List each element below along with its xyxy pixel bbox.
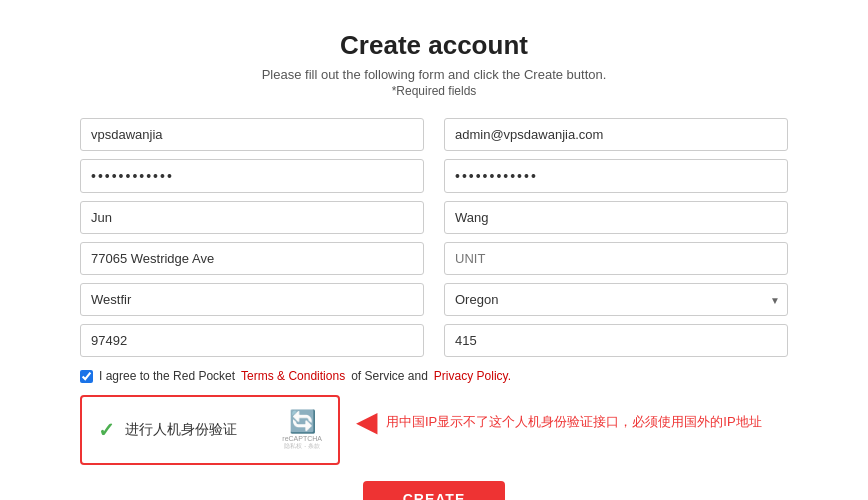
state-select[interactable]: Oregon California Texas New York Florida (444, 283, 788, 316)
recaptcha-label: reCAPTCHA (282, 435, 322, 442)
page-subtitle: Please fill out the following form and c… (80, 67, 788, 82)
captcha-box[interactable]: ✓ 进行人机身份验证 🔄 reCAPTCHA 隐私权 - 条款 (80, 395, 340, 465)
recaptcha-icon: 🔄 (289, 409, 316, 435)
privacy-link[interactable]: Privacy Policy. (434, 369, 511, 383)
email-input[interactable] (444, 118, 788, 151)
address1-input[interactable] (80, 242, 424, 275)
password-input[interactable] (80, 159, 424, 193)
address2-input[interactable] (444, 242, 788, 275)
confirm-password-input[interactable] (444, 159, 788, 193)
create-button[interactable]: CREATE (363, 481, 506, 500)
page-title: Create account (80, 30, 788, 61)
checkmark-icon: ✓ (98, 418, 115, 442)
terms-link[interactable]: Terms & Conditions (241, 369, 345, 383)
arrow-icon: ◀ (356, 405, 378, 438)
page-header: Create account Please fill out the follo… (80, 30, 788, 98)
captcha-row: ✓ 进行人机身份验证 🔄 reCAPTCHA 隐私权 - 条款 ◀ 用中国IP显… (80, 395, 788, 465)
recaptcha-logo: 🔄 reCAPTCHA 隐私权 - 条款 (282, 409, 322, 451)
captcha-label: 进行人机身份验证 (125, 421, 237, 439)
agree-label-middle: of Service and (351, 369, 428, 383)
city-input[interactable] (80, 283, 424, 316)
create-btn-row: CREATE (80, 481, 788, 500)
required-notice: *Required fields (80, 84, 788, 98)
last-name-input[interactable] (444, 201, 788, 234)
username-input[interactable] (80, 118, 424, 151)
agree-label-before: I agree to the Red Pocket (99, 369, 235, 383)
agree-checkbox[interactable] (80, 370, 93, 383)
state-select-wrapper: Oregon California Texas New York Florida… (444, 283, 788, 316)
phone-input[interactable] (444, 324, 788, 357)
zip-input[interactable] (80, 324, 424, 357)
captcha-check: ✓ 进行人机身份验证 (98, 418, 237, 442)
first-name-input[interactable] (80, 201, 424, 234)
recaptcha-sub: 隐私权 - 条款 (284, 442, 319, 451)
annotation-text: 用中国IP显示不了这个人机身份验证接口，必须使用国外的IP地址 (386, 413, 762, 431)
form-grid: Oregon California Texas New York Florida… (80, 118, 788, 357)
annotation-area: ◀ 用中国IP显示不了这个人机身份验证接口，必须使用国外的IP地址 (356, 405, 762, 438)
agree-row: I agree to the Red Pocket Terms & Condit… (80, 369, 788, 383)
